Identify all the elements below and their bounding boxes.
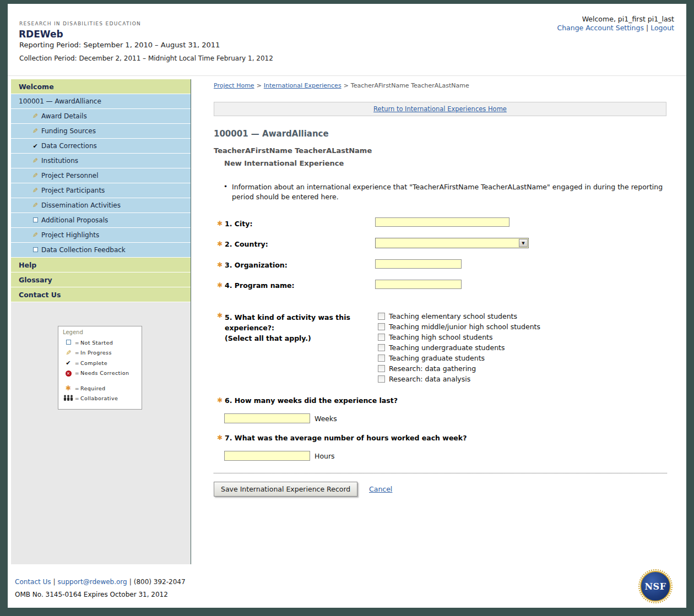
country-label: 2. Country: xyxy=(225,240,268,248)
activity-option-high-school[interactable]: Teaching high school students xyxy=(378,332,540,342)
sidebar-item-award-details[interactable]: ✎ Award Details xyxy=(11,109,191,124)
error-icon: ✕ xyxy=(63,370,74,377)
organization-input[interactable] xyxy=(375,259,462,269)
activity-option-undergraduate[interactable]: Teaching undergraduate students xyxy=(378,342,540,353)
legend-row-complete: ✔ = Complete xyxy=(63,358,137,368)
weeks-input-row: Weeks xyxy=(224,413,337,423)
option-label: Teaching undergraduate students xyxy=(389,344,505,352)
country-select[interactable]: ▼ xyxy=(375,238,529,248)
program-name-input[interactable] xyxy=(375,280,462,289)
sidebar-item-data-collection-feedback[interactable]: Data Collection Feedback xyxy=(11,243,191,258)
required-icon: ✱ xyxy=(217,220,223,227)
return-to-international-experiences-link[interactable]: Return to International Experiences Home xyxy=(373,105,507,113)
pencil-icon: ✎ xyxy=(31,187,40,194)
sidebar-item-award[interactable]: 100001 — AwardAlliance xyxy=(11,94,191,109)
return-bar: Return to International Experiences Home xyxy=(214,102,666,116)
breadcrumb-current: TeacherAFirstName TeacherALastName xyxy=(351,82,469,89)
checkbox[interactable] xyxy=(378,344,385,351)
sidebar-section-help[interactable]: Help xyxy=(11,258,191,272)
activity-option-middle-junior-high[interactable]: Teaching middle/junior high school stude… xyxy=(378,321,540,332)
nsf-logo-text: NSF xyxy=(644,581,666,592)
sidebar-item-dissemination-activities[interactable]: ✎ Dissemination Activities xyxy=(11,198,191,213)
sidebar-item-project-participants[interactable]: ✎ Project Participants xyxy=(11,183,191,198)
legend-row-not-started: = Not Started xyxy=(63,337,137,348)
dropdown-arrow-icon[interactable]: ▼ xyxy=(519,239,528,247)
omb-text: OMB No. 3145-0164 Expires October 31, 20… xyxy=(15,591,168,598)
weeks-input[interactable] xyxy=(224,413,310,423)
activity-option-research-data-gathering[interactable]: Research: data gathering xyxy=(378,363,540,374)
city-input[interactable] xyxy=(375,217,509,227)
checkbox[interactable] xyxy=(378,355,385,362)
organization-label: 3. Organization: xyxy=(225,261,288,269)
sidebar-item-additional-proposals[interactable]: Additional Proposals xyxy=(11,213,191,228)
option-label: Teaching graduate students xyxy=(389,354,485,362)
program-name-label: 4. Program name: xyxy=(225,281,294,290)
save-button[interactable]: Save International Experience Record xyxy=(214,482,357,497)
checkbox[interactable] xyxy=(378,375,385,383)
sidebar-item-project-personnel[interactable]: ✎ Project Personnel xyxy=(11,168,191,183)
program-name-label-row: ✱ 4. Program name: xyxy=(217,281,295,290)
footer-contact-us-link[interactable]: Contact Us xyxy=(15,578,51,586)
hours-input-row: Hours xyxy=(224,451,335,461)
city-label: 1. City: xyxy=(225,220,252,228)
legend-title: Legend xyxy=(63,329,137,335)
equals-sign: = xyxy=(74,395,80,401)
sidebar-section-welcome[interactable]: Welcome xyxy=(11,79,191,94)
pencil-icon: ✎ xyxy=(31,201,40,209)
pencil-icon: ✎ xyxy=(63,349,74,357)
checkbox[interactable] xyxy=(378,323,385,330)
nsf-logo: NSF xyxy=(640,571,671,602)
checkbox[interactable] xyxy=(378,313,385,320)
required-icon: ✱ xyxy=(217,261,223,269)
sidebar: Welcome 100001 — AwardAlliance ✎ Award D… xyxy=(11,79,191,564)
square-icon xyxy=(31,246,40,254)
option-label: Teaching middle/junior high school stude… xyxy=(389,323,540,331)
breadcrumb: Project Home>International Experiences>T… xyxy=(214,82,469,89)
activity-option-elementary[interactable]: Teaching elementary school students xyxy=(378,311,540,321)
activity-option-graduate[interactable]: Teaching graduate students xyxy=(378,353,540,363)
change-account-settings-link[interactable]: Change Account Settings xyxy=(557,24,644,32)
link-separator: | xyxy=(646,24,648,32)
sidebar-section-glossary[interactable]: Glossary xyxy=(11,272,191,287)
sidebar-item-label: Award Details xyxy=(41,112,87,120)
footer-email-link[interactable]: support@rdeweb.org xyxy=(58,578,127,586)
activity-option-research-data-analysis[interactable]: Research: data analysis xyxy=(378,374,540,384)
sidebar-item-label: Funding Sources xyxy=(41,127,96,135)
sidebar-item-data-corrections[interactable]: ✔ Data Corrections xyxy=(11,139,191,154)
cancel-link[interactable]: Cancel xyxy=(369,485,392,493)
checkbox[interactable] xyxy=(378,334,385,341)
legend-label: Needs Correction xyxy=(80,370,129,376)
breadcrumb-international-experiences-link[interactable]: International Experiences xyxy=(264,82,341,89)
sidebar-item-label: Dissemination Activities xyxy=(41,201,121,209)
required-icon: ✱ xyxy=(217,281,223,289)
city-label-row: ✱ 1. City: xyxy=(217,220,252,228)
hours-input[interactable] xyxy=(224,451,310,461)
square-icon xyxy=(31,216,40,224)
breadcrumb-project-home-link[interactable]: Project Home xyxy=(214,82,254,89)
legend-row-collaborative: = Collaborative xyxy=(63,394,137,404)
info-text: Information about an international exper… xyxy=(232,182,674,201)
equals-sign: = xyxy=(74,370,80,376)
reporting-period: Reporting Period: September 1, 2010 – Au… xyxy=(19,41,220,49)
asterisk-icon: ✱ xyxy=(63,384,74,392)
option-label: Research: data gathering xyxy=(389,364,476,373)
weeks-question-row: ✱ 6. How many weeks did the experience l… xyxy=(217,396,398,405)
legend-row-in-progress: ✎ = In Progress xyxy=(63,348,137,358)
logout-link[interactable]: Logout xyxy=(650,24,674,32)
checkbox[interactable] xyxy=(378,365,385,372)
hours-unit-label: Hours xyxy=(315,452,335,460)
sidebar-item-label: Additional Proposals xyxy=(41,216,108,224)
sidebar-item-institutions[interactable]: ✎ Institutions xyxy=(11,154,191,168)
sidebar-item-project-highlights[interactable]: ✎ Project Highlights xyxy=(11,228,191,243)
sidebar-section-contact-us[interactable]: Contact Us xyxy=(11,287,191,302)
sidebar-item-label: Project Personnel xyxy=(41,172,99,179)
account-links: Change Account Settings|Logout xyxy=(557,24,674,32)
activity-options: Teaching elementary school students Teac… xyxy=(378,311,540,384)
sidebar-item-funding-sources[interactable]: ✎ Funding Sources xyxy=(11,124,191,139)
country-label-row: ✱ 2. Country: xyxy=(217,240,268,248)
page-subtitle: New International Experience xyxy=(224,159,344,167)
footer-separator: | xyxy=(53,578,56,586)
page: RESEARCH IN DISABILITIES EDUCATION RDEWe… xyxy=(8,4,686,608)
weeks-unit-label: Weeks xyxy=(315,415,337,423)
square-icon xyxy=(63,340,74,346)
